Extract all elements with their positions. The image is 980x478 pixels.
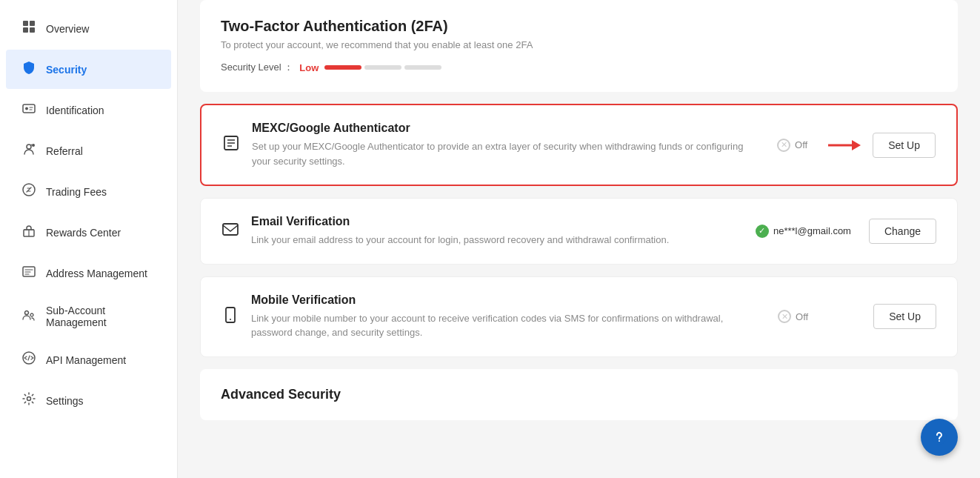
advanced-security-card: Advanced Security: [200, 369, 958, 420]
svg-rect-22: [223, 224, 238, 235]
overview-icon: [21, 19, 37, 38]
sidebar-item-api-management[interactable]: API Management: [6, 340, 171, 379]
twofa-subtitle: To protect your account, we recommend th…: [221, 39, 937, 50]
sidebar-label-sub-account: Sub-Account Management: [46, 305, 156, 328]
sidebar-label-trading-fees: Trading Fees: [46, 186, 107, 198]
email-status-text: ne***l@gmail.com: [773, 225, 851, 236]
sidebar-item-rewards-center[interactable]: Rewards Center: [6, 213, 171, 252]
mobile-title: Mobile Verification: [251, 293, 778, 307]
mexc-google-card: MEXC/Google Authenticator Set up your ME…: [200, 104, 958, 186]
mobile-setup-button[interactable]: Set Up: [873, 304, 936, 329]
mexc-google-title: MEXC/Google Authenticator: [252, 122, 777, 135]
progress-segment-1: [324, 65, 361, 70]
email-desc: Link your email address to your account …: [251, 233, 755, 248]
setup-arrow-icon: [825, 135, 861, 156]
sidebar: Overview Security Identification Referra…: [0, 0, 178, 478]
svg-point-7: [32, 144, 35, 147]
mexc-setup-button[interactable]: Set Up: [873, 133, 936, 158]
progress-segment-2: [364, 65, 401, 70]
check-circle-icon: ✓: [756, 225, 769, 238]
sidebar-item-security[interactable]: Security: [6, 50, 171, 89]
svg-marker-21: [852, 140, 861, 150]
sidebar-item-overview[interactable]: Overview: [6, 9, 171, 48]
mobile-status-text: Off: [796, 311, 808, 322]
email-change-button[interactable]: Change: [869, 219, 936, 244]
sidebar-label-settings: Settings: [46, 395, 84, 407]
mobile-desc: Link your mobile number to your account …: [251, 311, 755, 340]
svg-rect-2: [23, 27, 28, 33]
identification-icon: [21, 101, 37, 119]
sidebar-item-identification[interactable]: Identification: [6, 90, 171, 130]
email-verified-status: ✓ ne***l@gmail.com: [756, 225, 851, 238]
mexc-google-desc: Set up your MEXC/Google Authenticator to…: [252, 139, 756, 168]
svg-rect-0: [23, 21, 28, 26]
sidebar-item-sub-account[interactable]: Sub-Account Management: [6, 294, 171, 339]
mobile-icon: [221, 306, 239, 328]
referral-icon: [21, 142, 37, 160]
sidebar-label-identification: Identification: [46, 104, 104, 116]
sidebar-item-referral[interactable]: Referral: [6, 131, 171, 170]
sidebar-item-settings[interactable]: Settings: [6, 381, 171, 420]
svg-point-15: [27, 397, 31, 401]
svg-point-24: [230, 319, 231, 320]
help-button[interactable]: [921, 419, 958, 456]
settings-icon: [21, 391, 37, 410]
svg-point-5: [25, 107, 28, 110]
svg-point-12: [25, 311, 29, 314]
twofa-title: Two-Factor Authentication (2FA): [221, 18, 937, 35]
sidebar-label-api: API Management: [46, 354, 126, 366]
email-content: Email Verification Link your email addre…: [251, 215, 756, 248]
sub-account-icon: [21, 308, 37, 326]
sidebar-item-address-management[interactable]: Address Management: [6, 253, 171, 293]
sidebar-item-trading-fees[interactable]: Trading Fees: [6, 172, 171, 211]
email-verification-card: Email Verification Link your email addre…: [200, 198, 958, 265]
trading-fees-icon: [21, 182, 37, 201]
authenticator-icon: [222, 134, 240, 156]
mobile-content: Mobile Verification Link your mobile num…: [251, 293, 778, 340]
security-level-value: Low: [299, 62, 319, 73]
email-title: Email Verification: [251, 215, 756, 228]
mobile-verification-card: Mobile Verification Link your mobile num…: [200, 276, 958, 357]
advanced-security-title: Advanced Security: [221, 387, 937, 402]
svg-point-26: [939, 440, 940, 442]
api-icon: [21, 351, 37, 369]
email-icon: [221, 220, 239, 242]
address-icon: [21, 264, 37, 282]
sidebar-label-address: Address Management: [46, 268, 147, 279]
progress-segment-3: [404, 65, 441, 70]
mexc-google-content: MEXC/Google Authenticator Set up your ME…: [252, 122, 777, 168]
security-level-row: Security Level ： Low: [221, 61, 937, 74]
main-content: Two-Factor Authentication (2FA) To prote…: [178, 0, 980, 478]
svg-point-13: [30, 313, 33, 316]
twofa-header-card: Two-Factor Authentication (2FA) To prote…: [200, 0, 958, 92]
sidebar-label-rewards: Rewards Center: [46, 227, 121, 239]
progress-bar: [324, 65, 441, 70]
security-icon: [21, 60, 37, 79]
security-level-label: Security Level ：: [221, 61, 293, 74]
sidebar-label-security: Security: [46, 64, 87, 76]
off-icon-mexc: ✕: [777, 139, 790, 152]
svg-rect-1: [30, 21, 35, 26]
rewards-icon: [21, 223, 37, 242]
svg-rect-3: [30, 27, 35, 33]
sidebar-label-overview: Overview: [46, 23, 89, 35]
off-icon-mobile: ✕: [778, 310, 791, 323]
mexc-status-text: Off: [795, 139, 807, 150]
mobile-status: ✕ Off: [778, 310, 808, 323]
mexc-google-status: ✕ Off: [777, 139, 807, 152]
sidebar-label-referral: Referral: [46, 145, 83, 157]
svg-rect-4: [23, 104, 35, 113]
